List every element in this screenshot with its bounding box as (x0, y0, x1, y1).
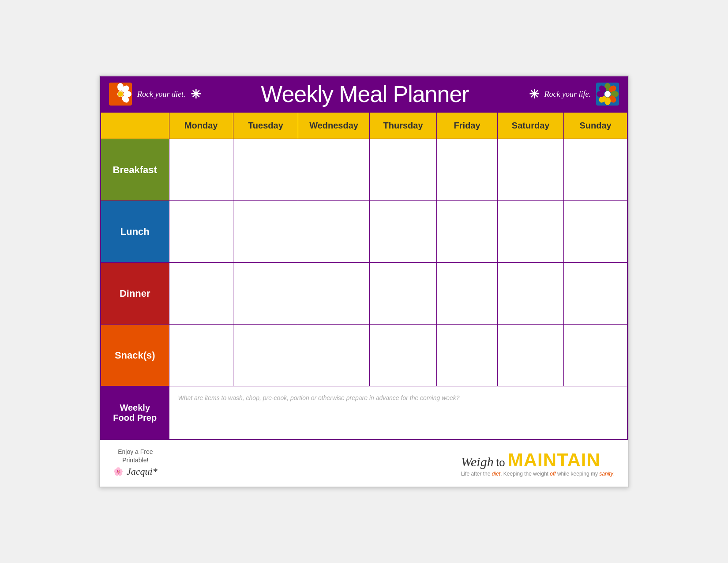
header-title: Weekly Meal Planner (206, 81, 523, 107)
diet-word: diet (492, 471, 500, 477)
footer: Enjoy a Free Printable! 🌸 Jacqui* Weigh … (100, 440, 628, 487)
sanity-word: sanity (599, 471, 613, 477)
breakfast-friday[interactable] (437, 139, 498, 201)
day-wednesday: Wednesday (298, 112, 370, 139)
header: Rock your diet. ✳ Weekly Meal Planner ✳ … (100, 76, 628, 112)
breakfast-wednesday[interactable] (298, 139, 370, 201)
dinner-label: Dinner (101, 263, 169, 325)
snacks-thursday[interactable] (369, 325, 436, 386)
asterisk-right: ✳ (529, 87, 539, 102)
asterisk-left: ✳ (191, 87, 201, 102)
dinner-monday[interactable] (169, 263, 233, 325)
day-tuesday: Tuesday (233, 112, 298, 139)
weekly-prep-content[interactable]: What are items to wash, chop, pre-cook, … (169, 386, 627, 439)
snacks-label: Snack(s) (101, 325, 169, 386)
corner-cell (101, 112, 169, 139)
snacks-wednesday[interactable] (298, 325, 370, 386)
author-name: Jacqui* (127, 465, 158, 479)
breakfast-monday[interactable] (169, 139, 233, 201)
dinner-tuesday[interactable] (233, 263, 298, 325)
weekly-prep-placeholder: What are items to wash, chop, pre-cook, … (178, 392, 619, 401)
dinner-saturday[interactable] (498, 263, 564, 325)
dinner-row: Dinner (101, 263, 627, 325)
snacks-friday[interactable] (437, 325, 498, 386)
breakfast-label: Breakfast (101, 139, 169, 201)
brand-name: Weigh to MAINTAIN (461, 450, 615, 471)
breakfast-sunday[interactable] (564, 139, 627, 201)
jacqui-flower-icon: 🌸 (113, 466, 123, 477)
footer-right: Weigh to MAINTAIN Life after the diet. K… (461, 450, 615, 477)
dinner-wednesday[interactable] (298, 263, 370, 325)
weekly-prep-label: WeeklyFood Prep (101, 386, 169, 439)
dinner-thursday[interactable] (369, 263, 436, 325)
brand-to: to (496, 457, 505, 469)
lunch-saturday[interactable] (498, 201, 564, 263)
brand-weigh: Weigh (461, 454, 494, 469)
off-word: off (550, 471, 555, 477)
lunch-wednesday[interactable] (298, 201, 370, 263)
lunch-row: Lunch (101, 201, 627, 263)
day-sunday: Sunday (564, 112, 627, 139)
header-row: Monday Tuesday Wednesday Thursday Friday… (101, 112, 627, 139)
lunch-thursday[interactable] (369, 201, 436, 263)
breakfast-row: Breakfast (101, 139, 627, 201)
day-thursday: Thursday (369, 112, 436, 139)
brand-maintain: MAINTAIN (508, 450, 600, 471)
enjoy-text: Enjoy a Free (113, 448, 158, 457)
svg-point-6 (118, 91, 123, 97)
dinner-friday[interactable] (437, 263, 498, 325)
svg-point-17 (605, 91, 610, 97)
snacks-saturday[interactable] (498, 325, 564, 386)
lunch-tuesday[interactable] (233, 201, 298, 263)
lunch-monday[interactable] (169, 201, 233, 263)
breakfast-tuesday[interactable] (233, 139, 298, 201)
printable-text: Printable! (113, 456, 158, 465)
footer-left: Enjoy a Free Printable! 🌸 Jacqui* (113, 448, 158, 479)
footer-tagline: Life after the diet. Keeping the weight … (461, 471, 615, 477)
planner-table: Monday Tuesday Wednesday Thursday Friday… (100, 112, 628, 440)
header-tagline-right: Rock your life. (544, 90, 591, 99)
weekly-prep-row: WeeklyFood Prep What are items to wash, … (101, 386, 627, 439)
lunch-friday[interactable] (437, 201, 498, 263)
day-saturday: Saturday (498, 112, 564, 139)
day-monday: Monday (169, 112, 233, 139)
day-friday: Friday (437, 112, 498, 139)
snacks-sunday[interactable] (564, 325, 627, 386)
snacks-tuesday[interactable] (233, 325, 298, 386)
snacks-row: Snack(s) (101, 325, 627, 386)
breakfast-saturday[interactable] (498, 139, 564, 201)
snacks-monday[interactable] (169, 325, 233, 386)
lunch-sunday[interactable] (564, 201, 627, 263)
flower-icon-left (109, 83, 132, 106)
flower-icon-right (596, 83, 619, 106)
header-tagline-left: Rock your diet. (137, 90, 185, 99)
lunch-label: Lunch (101, 201, 169, 263)
dinner-sunday[interactable] (564, 263, 627, 325)
breakfast-thursday[interactable] (369, 139, 436, 201)
page-wrapper: Rock your diet. ✳ Weekly Meal Planner ✳ … (99, 76, 629, 487)
